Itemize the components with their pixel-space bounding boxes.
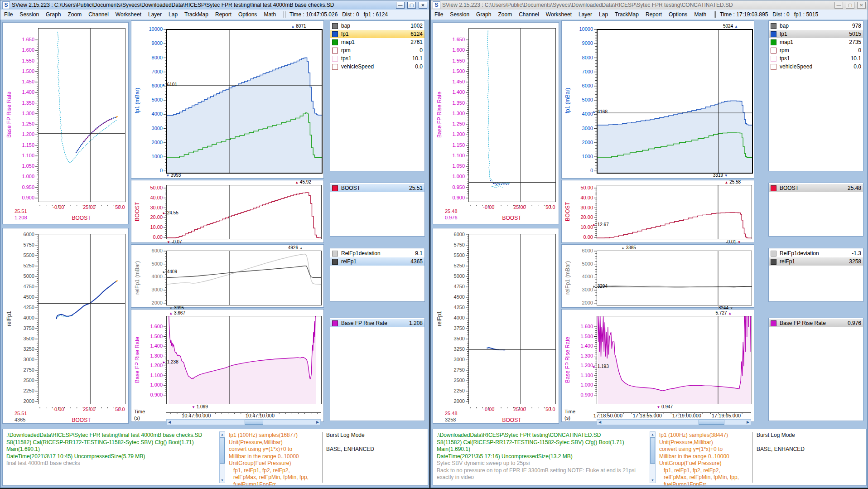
log-mode-line: Burst Log Mode	[326, 432, 424, 439]
boost-plot[interactable]	[597, 185, 752, 239]
y-tick-label: 4000	[575, 274, 593, 279]
scroll-left-arrow[interactable]: ◀	[597, 420, 603, 425]
channel-value: 9.1	[415, 250, 423, 257]
y-axis-ticks	[164, 251, 166, 305]
y-tick-label: 40.00	[145, 195, 163, 200]
channel-value: 0	[858, 47, 861, 53]
channel-row-bap[interactable]: bap1002	[330, 22, 424, 30]
sview-window-left[interactable]: S SView 2.15.223 : C:\Users\Public\Docum…	[0, 0, 429, 488]
scroll-up-arrow[interactable]: ▲	[220, 432, 225, 437]
y-axis-label: Base FP Rise Rate	[6, 92, 12, 138]
channel-value: 10.1	[412, 55, 423, 62]
channel-row-relfp1[interactable]: relFp13258	[769, 257, 863, 266]
x-tick-label: -0.00	[53, 407, 64, 412]
scatter-panel-relfp1-vs-boost: 6000575055005250500047504500425040003750…	[433, 228, 559, 424]
channel-row-vehiclespeed[interactable]: vehicleSpeed0.0	[330, 63, 424, 71]
log-line: Main(1.690.1)	[6, 446, 216, 453]
scrollbar-thumb[interactable]	[220, 437, 225, 464]
time-scrollbar[interactable]: ◀▶	[597, 419, 751, 425]
cursor-y-value: 3258	[445, 417, 456, 422]
log-scrollbar[interactable]: ▲▼	[650, 431, 656, 483]
channel-row-vehiclespeed[interactable]: vehicleSpeed0.0	[769, 63, 863, 71]
channel-row-rpm[interactable]: rpm0	[330, 46, 424, 54]
log-line: relFpMax, relFpMin, fpMin, fpp,	[229, 474, 318, 481]
channel-row-boost[interactable]: BOOST25.51	[330, 184, 424, 192]
channel-row-boost[interactable]: BOOST25.48	[769, 184, 863, 192]
y-tick-label: 1.250	[447, 121, 465, 126]
peak-marker: 5024 ▲	[723, 24, 738, 29]
channel-legend-panel: BOOST25.48	[768, 183, 863, 237]
y-tick-label: 6000	[145, 248, 163, 253]
channel-row-map1[interactable]: map12735	[769, 38, 863, 46]
y-tick-label: 5000	[575, 261, 593, 266]
channel-color-swatch	[332, 251, 338, 257]
timeseries-panel-base-fp-rise-rate: 1.6001.5001.4001.3001.2001.1001.0000.900…	[561, 309, 754, 422]
log-line: Unit(Pressure,Millibar)	[659, 439, 749, 446]
y-tick-label: 1.100	[16, 153, 34, 158]
channel-row-base-fp-rise-rate[interactable]: Base FP Rise Rate0.976	[769, 319, 863, 327]
y-tick-label: 2250	[447, 388, 465, 393]
y-tick-label: 1000	[145, 154, 163, 159]
scrollbar-thumb[interactable]	[699, 420, 724, 425]
log-file-info: .\DownloadedData\RICESP\Sytec FPR testin…	[433, 429, 650, 485]
boost-plot[interactable]	[166, 185, 322, 239]
y-tick-label: 3500	[447, 336, 465, 341]
channel-color-swatch	[332, 23, 338, 29]
base-fp-rise-rate-vs-boost-plot[interactable]	[38, 28, 125, 202]
scroll-right-arrow[interactable]: ▶	[315, 420, 320, 425]
scroll-left-arrow[interactable]: ◀	[167, 420, 172, 425]
base-fp-rise-rate-vs-boost-plot[interactable]	[468, 28, 556, 202]
channel-row-relfp1deviation[interactable]: RelFp1deviation9.1	[330, 249, 424, 257]
channel-legend-panel: BOOST25.51	[330, 183, 425, 237]
channel-row-rpm[interactable]: rpm0	[769, 46, 863, 54]
x-axis-label: BOOST	[72, 417, 91, 423]
y-axis-ticks	[594, 185, 597, 238]
cursor-value-marker: ► 4409	[162, 269, 177, 274]
y-tick-label: 0	[145, 168, 163, 173]
channel-row-fp1[interactable]: fp16124	[330, 30, 424, 38]
scrollbar-thumb[interactable]	[245, 420, 264, 425]
peak-marker: 4926 ▲	[288, 245, 303, 250]
scroll-down-arrow[interactable]: ▼	[650, 478, 655, 483]
base-fp-rise-rate-plot[interactable]	[597, 316, 752, 404]
y-tick-label: 2750	[447, 367, 465, 373]
channel-color-swatch	[771, 320, 776, 326]
channel-row-fp1[interactable]: fp15015	[769, 30, 863, 38]
relfp1-vs-boost-plot[interactable]	[38, 234, 125, 404]
base-fp-rise-rate-plot[interactable]	[166, 316, 322, 404]
log-panel: .\DownloadedData\RICESP\Sytec FPR testin…	[2, 429, 428, 486]
channel-row-bap[interactable]: bap978	[769, 22, 863, 30]
y-tick-label: 1.200	[575, 363, 593, 368]
channel-value: 4365	[410, 258, 423, 265]
timeseries-panel-base-fp-rise-rate: 1.6001.5001.4001.3001.2001.1001.0000.900…	[131, 309, 324, 422]
fp1-plot[interactable]	[166, 29, 323, 174]
channel-row-map1[interactable]: map12761	[330, 38, 424, 46]
y-tick-label: 4500	[16, 294, 34, 300]
sview-window-right[interactable]: S SView 2.15.223 : C:\Users\Public\Docum…	[430, 0, 868, 488]
peak-marker: ▲ 3385	[621, 245, 636, 250]
scroll-down-arrow[interactable]: ▼	[220, 478, 225, 483]
relfp1-vs-boost-plot[interactable]	[468, 234, 556, 404]
channel-row-relfp1deviation[interactable]: RelFp1deviation-1.3	[769, 249, 863, 257]
cursor-y-value: 1.208	[14, 215, 27, 220]
scrollbar-thumb[interactable]	[650, 437, 655, 464]
log-scrollbar[interactable]: ▲▼	[219, 431, 225, 483]
scroll-up-arrow[interactable]: ▲	[650, 432, 655, 437]
channel-value: 25.48	[848, 185, 861, 191]
channel-row-tps1[interactable]: tps110.1	[769, 54, 863, 63]
channel-row-base-fp-rise-rate[interactable]: Base FP Rise Rate1.208	[330, 319, 424, 327]
relfp1-plot[interactable]	[597, 251, 752, 305]
channel-color-swatch	[332, 48, 338, 53]
y-tick-label: 1.450	[447, 79, 465, 84]
time-axis-unit: (s)	[134, 415, 140, 421]
relfp1-plot[interactable]	[166, 251, 322, 305]
x-tick-label: 50.0	[115, 204, 125, 210]
desktop: S SView 2.15.223 : C:\Users\Public\Docum…	[0, 0, 868, 489]
fp1-plot[interactable]	[597, 29, 753, 174]
cursor-x-value: 25.48	[445, 208, 458, 214]
time-scrollbar[interactable]: ◀▶	[166, 419, 321, 425]
channel-legend-panel: RelFp1deviation9.1relFp14365	[330, 248, 425, 302]
channel-row-tps1[interactable]: tps110.1	[330, 54, 424, 63]
scroll-right-arrow[interactable]: ▶	[745, 420, 751, 425]
channel-row-relfp1[interactable]: relFp14365	[330, 257, 424, 266]
